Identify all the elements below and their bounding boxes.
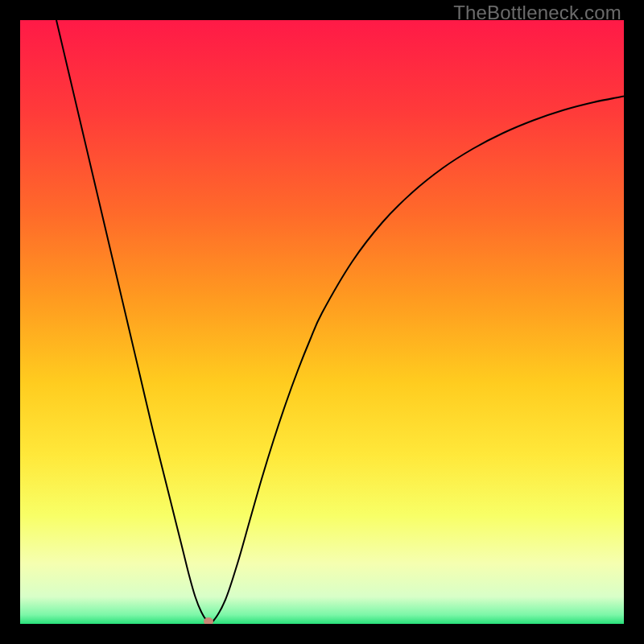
- bottleneck-chart: [20, 20, 624, 624]
- gradient-background: [20, 20, 624, 624]
- plot-svg: [20, 20, 624, 624]
